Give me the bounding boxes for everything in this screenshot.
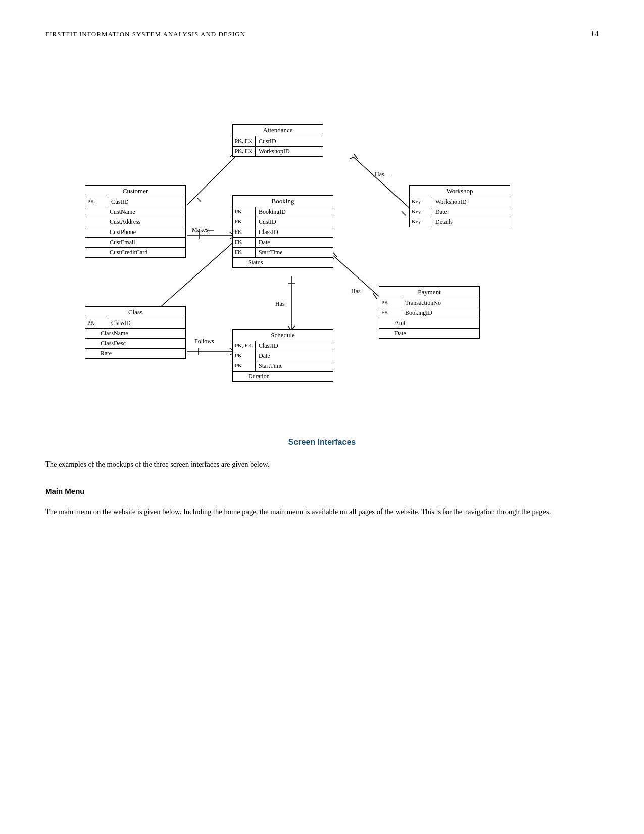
main-menu-text: The main menu on the website is given be… <box>45 504 599 519</box>
rel-follows: Follows <box>194 338 214 345</box>
page-header: FIRSTFIT INFORMATION SYSTEM ANALYSIS AND… <box>45 30 599 38</box>
document-title: FIRSTFIT INFORMATION SYSTEM ANALYSIS AND… <box>45 30 245 38</box>
svg-line-7 <box>402 211 406 215</box>
erd-diagram: —Attends— —Has— Makes— Has Follows Has A… <box>45 59 599 412</box>
attendance-row-2: PK, FK WorkshopID <box>233 147 323 156</box>
main-menu-heading: Main Menu <box>45 487 599 495</box>
class-entity: Class PK ClassID ClassName ClassDesc Rat… <box>85 306 186 359</box>
schedule-entity: Schedule PK, FK ClassID PK Date PK Start… <box>232 329 333 382</box>
screen-interfaces-intro: The examples of the mockups of the three… <box>45 457 599 472</box>
workshop-entity: Workshop Key WorkshopID Key Date Key Det… <box>409 185 510 227</box>
screen-interfaces-section: Screen Interfaces The examples of the mo… <box>45 438 599 472</box>
rel-has1: —Has— <box>369 171 390 178</box>
rel-has2: Has <box>275 300 285 308</box>
class-title: Class <box>85 307 185 318</box>
attendance-row-1: PK, FK CustID <box>233 136 323 147</box>
customer-row-last: CustCreditCard <box>85 248 185 257</box>
svg-line-5 <box>354 154 358 159</box>
attendance-title: Attendance <box>233 125 323 136</box>
svg-line-0 <box>187 160 232 205</box>
svg-line-2 <box>230 157 235 162</box>
rel-makes: Makes— <box>192 226 214 234</box>
customer-entity: Customer PK CustID CustName CustAddress … <box>85 185 186 258</box>
svg-line-3 <box>197 198 201 202</box>
customer-title: Customer <box>85 186 185 197</box>
svg-line-14 <box>333 253 337 257</box>
customer-row-1: PK CustID <box>85 197 185 207</box>
schedule-title: Schedule <box>233 330 333 341</box>
booking-entity: Booking PK BookingID FK CustID FK ClassI… <box>232 195 333 268</box>
svg-line-6 <box>350 157 354 159</box>
svg-line-4 <box>354 157 409 208</box>
screen-interfaces-heading: Screen Interfaces <box>45 438 599 447</box>
workshop-title: Workshop <box>410 186 510 197</box>
rel-has3: Has <box>351 288 361 295</box>
booking-title: Booking <box>233 196 333 207</box>
main-menu-section: Main Menu The main menu on the website i… <box>45 487 599 519</box>
payment-title: Payment <box>379 287 479 298</box>
payment-entity: Payment PK TransactionNo FK BookingID Am… <box>379 286 480 339</box>
page-number: 14 <box>591 30 599 38</box>
attendance-entity: Attendance PK, FK CustID PK, FK Workshop… <box>232 124 323 157</box>
svg-line-13 <box>373 293 377 299</box>
